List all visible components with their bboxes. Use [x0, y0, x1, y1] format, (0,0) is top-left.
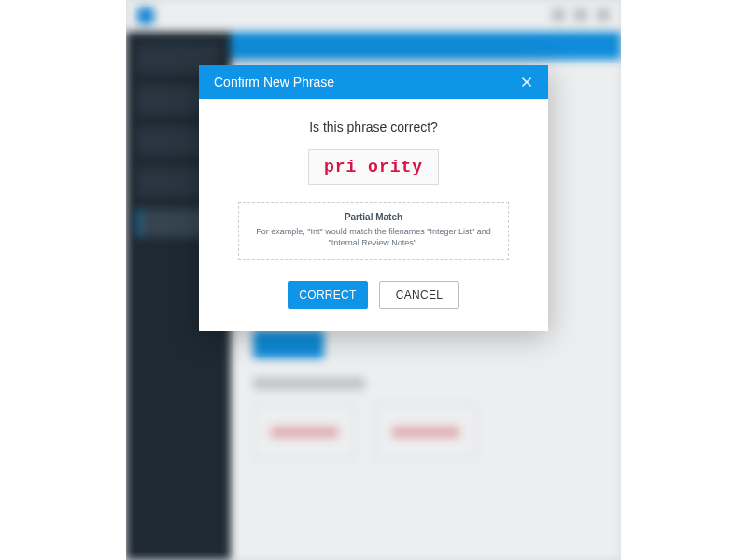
- correct-button[interactable]: CORRECT: [288, 281, 368, 309]
- phrase-preview: pri ority: [308, 149, 439, 185]
- modal-overlay: Confirm New Phrase Is this phrase correc…: [126, 0, 621, 560]
- modal-question: Is this phrase correct?: [221, 119, 526, 134]
- hint-text: For example, "Int" would match the filen…: [252, 226, 495, 248]
- partial-match-hint: Partial Match For example, "Int" would m…: [238, 202, 509, 260]
- hint-title: Partial Match: [252, 212, 495, 222]
- modal-body: Is this phrase correct? pri ority Partia…: [199, 99, 548, 331]
- modal-title: Confirm New Phrase: [214, 75, 516, 90]
- close-icon[interactable]: [516, 72, 537, 92]
- cancel-button[interactable]: CANCEL: [379, 281, 459, 309]
- confirm-phrase-modal: Confirm New Phrase Is this phrase correc…: [199, 65, 548, 331]
- modal-actions: CORRECT CANCEL: [221, 281, 526, 309]
- app-window: Confirm New Phrase Is this phrase correc…: [126, 0, 621, 560]
- modal-header: Confirm New Phrase: [199, 65, 548, 99]
